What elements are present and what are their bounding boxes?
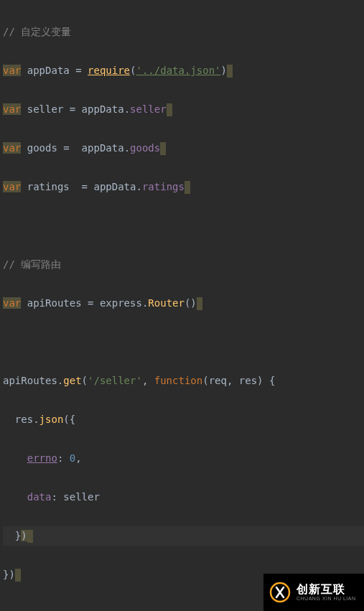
watermark-text: 创新互联 CHUANG XIN HU LIAN <box>297 583 356 601</box>
comment: // 编写路由 <box>3 258 61 270</box>
watermark: 创新互联 CHUANG XIN HU LIAN <box>263 574 364 611</box>
code-line-active: }) <box>3 526 364 546</box>
property: ratings <box>142 181 185 192</box>
code-line: var seller = appData.seller <box>3 100 364 119</box>
code-editor[interactable]: // 自定义变量 var appData = require('../data.… <box>0 0 364 611</box>
string-literal: '../data.json' <box>136 65 221 76</box>
code-line: res.json({ <box>3 410 364 429</box>
func-call: json <box>39 414 64 425</box>
watermark-logo-icon <box>269 582 291 603</box>
keyword-var: var <box>3 181 21 192</box>
func-call: Router <box>148 297 185 309</box>
eol-marker <box>15 569 21 582</box>
code-line: errno: 0, <box>3 449 364 468</box>
code-line: // 编写路由 <box>3 255 364 274</box>
code-line-empty <box>3 332 364 352</box>
code-line: var appData = require('../data.json') <box>3 61 364 80</box>
number-literal: 0 <box>70 452 75 464</box>
watermark-en-label: CHUANG XIN HU LIAN <box>297 596 356 602</box>
eol-marker <box>227 65 233 78</box>
eol-marker <box>197 297 202 310</box>
code-line: data: seller <box>3 488 364 507</box>
property-errno: errno <box>27 452 57 464</box>
eol-marker <box>167 103 172 116</box>
eol-marker <box>185 181 190 194</box>
keyword-var: var <box>3 297 21 309</box>
property-data: data <box>27 491 52 503</box>
property: seller <box>130 103 167 115</box>
code-line: var ratings = appData.ratings <box>3 177 364 197</box>
identifier: appData <box>27 65 70 76</box>
property: goods <box>130 142 160 154</box>
string-literal: '/seller' <box>88 375 142 386</box>
code-line: var goods = appData.goods <box>3 139 364 158</box>
keyword-function: function <box>154 375 202 386</box>
code-line: // 自定义变量 <box>3 22 364 42</box>
eol-marker <box>160 142 166 155</box>
code-line-empty <box>3 216 364 235</box>
keyword-var: var <box>3 142 21 154</box>
code-line: var apiRoutes = express.Router() <box>3 294 364 313</box>
comment: // 自定义变量 <box>3 26 71 37</box>
keyword-var: var <box>3 103 21 115</box>
code-line: apiRoutes.get('/seller', function(req, r… <box>3 371 364 391</box>
cursor-position <box>27 530 33 543</box>
func-call: get <box>63 375 81 386</box>
keyword-var: var <box>3 65 21 76</box>
watermark-cn-label: 创新互联 <box>297 583 356 596</box>
func-require: require <box>88 65 130 76</box>
